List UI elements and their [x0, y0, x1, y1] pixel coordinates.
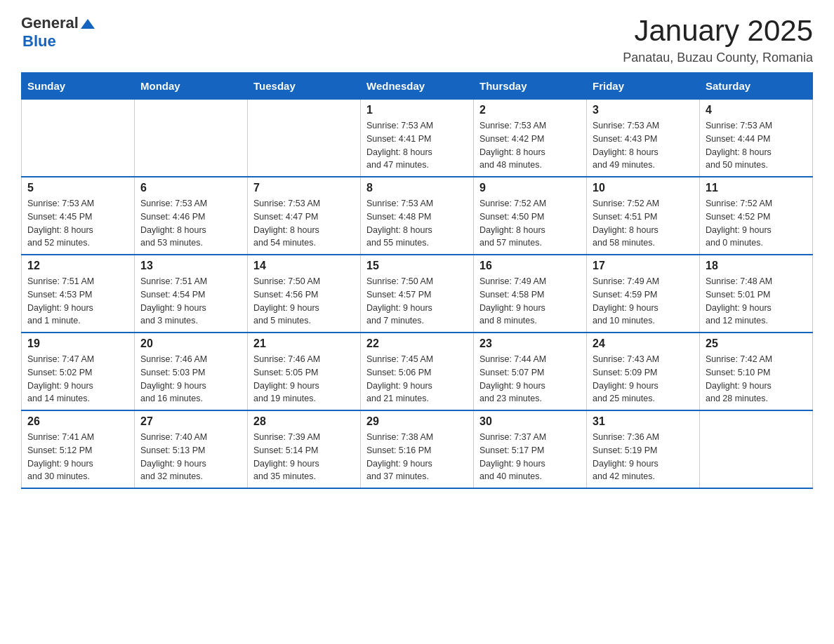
day-info: Sunrise: 7:53 AM Sunset: 4:41 PM Dayligh…: [366, 119, 468, 172]
table-row: [700, 410, 813, 488]
day-number: 7: [253, 182, 355, 194]
table-row: 5Sunrise: 7:53 AM Sunset: 4:45 PM Daylig…: [22, 177, 135, 255]
table-row: 16Sunrise: 7:49 AM Sunset: 4:58 PM Dayli…: [474, 255, 587, 333]
col-wednesday: Wednesday: [361, 73, 474, 100]
table-row: 8Sunrise: 7:53 AM Sunset: 4:48 PM Daylig…: [361, 177, 474, 255]
day-info: Sunrise: 7:53 AM Sunset: 4:42 PM Dayligh…: [479, 119, 581, 172]
logo: General Blue: [21, 14, 95, 51]
table-row: 26Sunrise: 7:41 AM Sunset: 5:12 PM Dayli…: [22, 410, 135, 488]
calendar-week-row: 12Sunrise: 7:51 AM Sunset: 4:53 PM Dayli…: [22, 255, 813, 333]
day-number: 12: [27, 260, 128, 272]
location-subtitle: Panatau, Buzau County, Romania: [623, 51, 813, 65]
table-row: 19Sunrise: 7:47 AM Sunset: 5:02 PM Dayli…: [22, 333, 135, 410]
logo-text-blue: Blue: [22, 32, 56, 51]
table-row: 31Sunrise: 7:36 AM Sunset: 5:19 PM Dayli…: [587, 410, 700, 488]
day-info: Sunrise: 7:53 AM Sunset: 4:48 PM Dayligh…: [366, 197, 468, 250]
table-row: 21Sunrise: 7:46 AM Sunset: 5:05 PM Dayli…: [248, 333, 361, 410]
day-number: 11: [706, 182, 807, 194]
day-info: Sunrise: 7:41 AM Sunset: 5:12 PM Dayligh…: [27, 431, 128, 483]
day-number: 20: [140, 337, 241, 350]
day-info: Sunrise: 7:52 AM Sunset: 4:52 PM Dayligh…: [706, 197, 807, 250]
day-number: 5: [27, 182, 128, 194]
table-row: 1Sunrise: 7:53 AM Sunset: 4:41 PM Daylig…: [361, 100, 474, 177]
day-info: Sunrise: 7:49 AM Sunset: 4:58 PM Dayligh…: [479, 275, 581, 328]
day-number: 31: [593, 415, 694, 428]
day-number: 25: [706, 337, 807, 350]
table-row: 23Sunrise: 7:44 AM Sunset: 5:07 PM Dayli…: [474, 333, 587, 410]
day-number: 9: [479, 182, 581, 194]
day-number: 6: [140, 182, 241, 194]
title-section: January 2025 Panatau, Buzau County, Roma…: [623, 14, 813, 65]
table-row: 28Sunrise: 7:39 AM Sunset: 5:14 PM Dayli…: [248, 410, 361, 488]
day-number: 15: [366, 260, 468, 272]
calendar-table: Sunday Monday Tuesday Wednesday Thursday…: [21, 72, 813, 489]
day-number: 22: [366, 337, 468, 350]
day-info: Sunrise: 7:46 AM Sunset: 5:05 PM Dayligh…: [253, 353, 355, 405]
day-info: Sunrise: 7:51 AM Sunset: 4:53 PM Dayligh…: [27, 275, 128, 328]
table-row: [135, 100, 248, 177]
table-row: 13Sunrise: 7:51 AM Sunset: 4:54 PM Dayli…: [135, 255, 248, 333]
table-row: 9Sunrise: 7:52 AM Sunset: 4:50 PM Daylig…: [474, 177, 587, 255]
logo-text-general: General: [21, 14, 79, 32]
table-row: 27Sunrise: 7:40 AM Sunset: 5:13 PM Dayli…: [135, 410, 248, 488]
day-info: Sunrise: 7:37 AM Sunset: 5:17 PM Dayligh…: [479, 431, 581, 483]
table-row: 10Sunrise: 7:52 AM Sunset: 4:51 PM Dayli…: [587, 177, 700, 255]
table-row: 4Sunrise: 7:53 AM Sunset: 4:44 PM Daylig…: [700, 100, 813, 177]
day-number: 29: [366, 415, 468, 428]
day-number: 26: [27, 415, 128, 428]
day-info: Sunrise: 7:42 AM Sunset: 5:10 PM Dayligh…: [706, 353, 807, 405]
table-row: 22Sunrise: 7:45 AM Sunset: 5:06 PM Dayli…: [361, 333, 474, 410]
day-number: 24: [593, 337, 694, 350]
day-number: 14: [253, 260, 355, 272]
calendar-week-row: 5Sunrise: 7:53 AM Sunset: 4:45 PM Daylig…: [22, 177, 813, 255]
table-row: 3Sunrise: 7:53 AM Sunset: 4:43 PM Daylig…: [587, 100, 700, 177]
page-header: General Blue January 2025 Panatau, Buzau…: [21, 14, 813, 65]
table-row: 12Sunrise: 7:51 AM Sunset: 4:53 PM Dayli…: [22, 255, 135, 333]
calendar-week-row: 1Sunrise: 7:53 AM Sunset: 4:41 PM Daylig…: [22, 100, 813, 177]
day-number: 18: [706, 260, 807, 272]
col-monday: Monday: [135, 73, 248, 100]
day-number: 2: [479, 104, 581, 116]
day-info: Sunrise: 7:48 AM Sunset: 5:01 PM Dayligh…: [706, 275, 807, 328]
day-number: 4: [706, 104, 807, 116]
col-thursday: Thursday: [474, 73, 587, 100]
day-info: Sunrise: 7:47 AM Sunset: 5:02 PM Dayligh…: [27, 353, 128, 405]
calendar-header-row: Sunday Monday Tuesday Wednesday Thursday…: [22, 73, 813, 100]
day-number: 17: [593, 260, 694, 272]
col-friday: Friday: [587, 73, 700, 100]
day-info: Sunrise: 7:49 AM Sunset: 4:59 PM Dayligh…: [593, 275, 694, 328]
table-row: 15Sunrise: 7:50 AM Sunset: 4:57 PM Dayli…: [361, 255, 474, 333]
day-number: 13: [140, 260, 241, 272]
table-row: 29Sunrise: 7:38 AM Sunset: 5:16 PM Dayli…: [361, 410, 474, 488]
col-saturday: Saturday: [700, 73, 813, 100]
day-info: Sunrise: 7:53 AM Sunset: 4:43 PM Dayligh…: [593, 119, 694, 172]
day-info: Sunrise: 7:52 AM Sunset: 4:51 PM Dayligh…: [593, 197, 694, 250]
day-info: Sunrise: 7:53 AM Sunset: 4:47 PM Dayligh…: [253, 197, 355, 250]
table-row: 24Sunrise: 7:43 AM Sunset: 5:09 PM Dayli…: [587, 333, 700, 410]
day-info: Sunrise: 7:40 AM Sunset: 5:13 PM Dayligh…: [140, 431, 241, 483]
table-row: 18Sunrise: 7:48 AM Sunset: 5:01 PM Dayli…: [700, 255, 813, 333]
day-number: 10: [593, 182, 694, 194]
col-sunday: Sunday: [22, 73, 135, 100]
day-info: Sunrise: 7:53 AM Sunset: 4:45 PM Dayligh…: [27, 197, 128, 250]
day-number: 27: [140, 415, 241, 428]
table-row: 14Sunrise: 7:50 AM Sunset: 4:56 PM Dayli…: [248, 255, 361, 333]
day-info: Sunrise: 7:53 AM Sunset: 4:44 PM Dayligh…: [706, 119, 807, 172]
day-number: 16: [479, 260, 581, 272]
day-number: 3: [593, 104, 694, 116]
table-row: [248, 100, 361, 177]
day-number: 21: [253, 337, 355, 350]
day-number: 1: [366, 104, 468, 116]
table-row: 2Sunrise: 7:53 AM Sunset: 4:42 PM Daylig…: [474, 100, 587, 177]
table-row: 7Sunrise: 7:53 AM Sunset: 4:47 PM Daylig…: [248, 177, 361, 255]
day-info: Sunrise: 7:50 AM Sunset: 4:56 PM Dayligh…: [253, 275, 355, 328]
table-row: [22, 100, 135, 177]
day-info: Sunrise: 7:43 AM Sunset: 5:09 PM Dayligh…: [593, 353, 694, 405]
day-info: Sunrise: 7:50 AM Sunset: 4:57 PM Dayligh…: [366, 275, 468, 328]
day-info: Sunrise: 7:38 AM Sunset: 5:16 PM Dayligh…: [366, 431, 468, 483]
col-tuesday: Tuesday: [248, 73, 361, 100]
table-row: 17Sunrise: 7:49 AM Sunset: 4:59 PM Dayli…: [587, 255, 700, 333]
table-row: 11Sunrise: 7:52 AM Sunset: 4:52 PM Dayli…: [700, 177, 813, 255]
day-info: Sunrise: 7:39 AM Sunset: 5:14 PM Dayligh…: [253, 431, 355, 483]
day-number: 23: [479, 337, 581, 350]
